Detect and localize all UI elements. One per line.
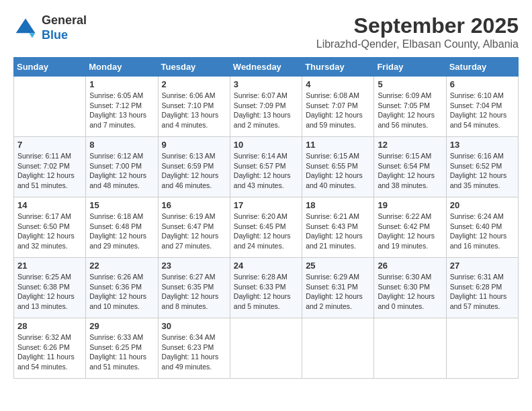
day-detail: Sunrise: 6:31 AMSunset: 6:28 PMDaylight:… [450, 272, 515, 312]
svg-marker-0 [16, 18, 36, 33]
day-detail: Sunrise: 6:13 AMSunset: 6:59 PMDaylight:… [162, 151, 226, 191]
calendar-cell: 27 Sunrise: 6:31 AMSunset: 6:28 PMDaylig… [446, 258, 518, 318]
day-number: 21 [17, 261, 82, 271]
day-detail: Sunrise: 6:09 AMSunset: 7:05 PMDaylight:… [378, 91, 442, 130]
calendar-cell: 8 Sunrise: 6:12 AMSunset: 7:00 PMDayligh… [86, 137, 158, 197]
calendar-week-row: 7 Sunrise: 6:11 AMSunset: 7:02 PMDayligh… [14, 137, 519, 197]
day-number: 23 [162, 261, 226, 271]
day-detail: Sunrise: 6:33 AMSunset: 6:25 PMDaylight:… [89, 332, 154, 372]
day-detail: Sunrise: 6:21 AMSunset: 6:43 PMDaylight:… [306, 212, 370, 251]
calendar-cell: 15 Sunrise: 6:18 AMSunset: 6:48 PMDaylig… [86, 197, 158, 258]
calendar-cell: 1 Sunrise: 6:05 AMSunset: 7:12 PMDayligh… [86, 77, 158, 137]
title-block: September 2025 Librazhd-Qender, Elbasan … [316, 13, 519, 50]
logo-text: General Blue [42, 13, 87, 42]
calendar-cell [14, 77, 86, 137]
day-detail: Sunrise: 6:24 AMSunset: 6:40 PMDaylight:… [450, 212, 515, 251]
day-number: 2 [162, 79, 226, 89]
day-detail: Sunrise: 6:10 AMSunset: 7:04 PMDaylight:… [450, 91, 515, 130]
svg-marker-1 [29, 33, 35, 38]
weekday-header: Saturday [446, 58, 518, 77]
weekday-header: Monday [86, 58, 158, 77]
day-number: 14 [17, 200, 82, 210]
calendar-cell: 6 Sunrise: 6:10 AMSunset: 7:04 PMDayligh… [446, 77, 518, 137]
logo-icon [13, 16, 38, 40]
day-number: 6 [450, 79, 515, 89]
weekday-header: Thursday [302, 58, 374, 77]
day-number: 12 [378, 140, 442, 150]
day-number: 13 [450, 140, 515, 150]
calendar-cell: 21 Sunrise: 6:25 AMSunset: 6:38 PMDaylig… [14, 258, 86, 318]
day-number: 5 [378, 79, 442, 89]
calendar-cell: 11 Sunrise: 6:15 AMSunset: 6:55 PMDaylig… [302, 137, 374, 197]
location: Librazhd-Qender, Elbasan County, Albania [316, 38, 519, 50]
calendar-cell: 13 Sunrise: 6:16 AMSunset: 6:52 PMDaylig… [446, 137, 518, 197]
day-detail: Sunrise: 6:28 AMSunset: 6:33 PMDaylight:… [234, 272, 298, 312]
calendar-cell: 22 Sunrise: 6:26 AMSunset: 6:36 PMDaylig… [86, 258, 158, 318]
day-detail: Sunrise: 6:07 AMSunset: 7:09 PMDaylight:… [234, 91, 298, 130]
calendar-week-row: 21 Sunrise: 6:25 AMSunset: 6:38 PMDaylig… [14, 258, 519, 318]
day-number: 22 [89, 261, 154, 271]
calendar-cell: 28 Sunrise: 6:32 AMSunset: 6:26 PMDaylig… [14, 318, 86, 379]
calendar-cell: 23 Sunrise: 6:27 AMSunset: 6:35 PMDaylig… [158, 258, 230, 318]
day-number: 24 [234, 261, 298, 271]
day-detail: Sunrise: 6:05 AMSunset: 7:12 PMDaylight:… [89, 91, 154, 130]
day-detail: Sunrise: 6:25 AMSunset: 6:38 PMDaylight:… [17, 272, 82, 312]
day-number: 7 [17, 140, 82, 150]
calendar-cell: 18 Sunrise: 6:21 AMSunset: 6:43 PMDaylig… [302, 197, 374, 258]
weekday-header: Wednesday [230, 58, 302, 77]
month-title: September 2025 [316, 13, 519, 38]
calendar-cell: 4 Sunrise: 6:08 AMSunset: 7:07 PMDayligh… [302, 77, 374, 137]
day-detail: Sunrise: 6:11 AMSunset: 7:02 PMDaylight:… [17, 151, 82, 191]
calendar-cell [302, 318, 374, 379]
day-detail: Sunrise: 6:17 AMSunset: 6:50 PMDaylight:… [17, 212, 82, 251]
weekday-header: Friday [374, 58, 446, 77]
day-number: 16 [162, 200, 226, 210]
day-detail: Sunrise: 6:20 AMSunset: 6:45 PMDaylight:… [234, 212, 298, 251]
calendar-cell: 5 Sunrise: 6:09 AMSunset: 7:05 PMDayligh… [374, 77, 446, 137]
day-detail: Sunrise: 6:19 AMSunset: 6:47 PMDaylight:… [162, 212, 226, 251]
calendar-cell: 9 Sunrise: 6:13 AMSunset: 6:59 PMDayligh… [158, 137, 230, 197]
day-detail: Sunrise: 6:15 AMSunset: 6:54 PMDaylight:… [378, 151, 442, 191]
day-number: 27 [450, 261, 515, 271]
day-number: 10 [234, 140, 298, 150]
calendar-cell: 19 Sunrise: 6:22 AMSunset: 6:42 PMDaylig… [374, 197, 446, 258]
day-detail: Sunrise: 6:08 AMSunset: 7:07 PMDaylight:… [306, 91, 370, 130]
calendar-cell: 3 Sunrise: 6:07 AMSunset: 7:09 PMDayligh… [230, 77, 302, 137]
day-number: 26 [378, 261, 442, 271]
day-detail: Sunrise: 6:27 AMSunset: 6:35 PMDaylight:… [162, 272, 226, 312]
calendar-cell: 14 Sunrise: 6:17 AMSunset: 6:50 PMDaylig… [14, 197, 86, 258]
day-number: 28 [17, 321, 82, 331]
day-number: 19 [378, 200, 442, 210]
day-detail: Sunrise: 6:15 AMSunset: 6:55 PMDaylight:… [306, 151, 370, 191]
day-number: 30 [162, 321, 226, 331]
calendar-week-row: 28 Sunrise: 6:32 AMSunset: 6:26 PMDaylig… [14, 318, 519, 379]
logo: General Blue [13, 13, 87, 42]
day-number: 3 [234, 79, 298, 89]
day-detail: Sunrise: 6:14 AMSunset: 6:57 PMDaylight:… [234, 151, 298, 191]
calendar-cell [230, 318, 302, 379]
day-number: 25 [306, 261, 370, 271]
weekday-header: Tuesday [158, 58, 230, 77]
day-number: 4 [306, 79, 370, 89]
calendar-cell: 29 Sunrise: 6:33 AMSunset: 6:25 PMDaylig… [86, 318, 158, 379]
day-detail: Sunrise: 6:34 AMSunset: 6:23 PMDaylight:… [162, 332, 226, 372]
weekday-header: Sunday [14, 58, 86, 77]
day-detail: Sunrise: 6:32 AMSunset: 6:26 PMDaylight:… [17, 332, 82, 372]
day-number: 9 [162, 140, 226, 150]
calendar-cell: 24 Sunrise: 6:28 AMSunset: 6:33 PMDaylig… [230, 258, 302, 318]
calendar-week-row: 1 Sunrise: 6:05 AMSunset: 7:12 PMDayligh… [14, 77, 519, 137]
calendar-week-row: 14 Sunrise: 6:17 AMSunset: 6:50 PMDaylig… [14, 197, 519, 258]
calendar-cell [374, 318, 446, 379]
calendar-cell: 25 Sunrise: 6:29 AMSunset: 6:31 PMDaylig… [302, 258, 374, 318]
day-number: 20 [450, 200, 515, 210]
calendar-cell: 20 Sunrise: 6:24 AMSunset: 6:40 PMDaylig… [446, 197, 518, 258]
day-number: 15 [89, 200, 154, 210]
calendar-cell: 30 Sunrise: 6:34 AMSunset: 6:23 PMDaylig… [158, 318, 230, 379]
day-detail: Sunrise: 6:30 AMSunset: 6:30 PMDaylight:… [378, 272, 442, 312]
calendar-cell: 7 Sunrise: 6:11 AMSunset: 7:02 PMDayligh… [14, 137, 86, 197]
day-detail: Sunrise: 6:12 AMSunset: 7:00 PMDaylight:… [89, 151, 154, 191]
weekday-header-row: SundayMondayTuesdayWednesdayThursdayFrid… [14, 58, 519, 77]
day-detail: Sunrise: 6:26 AMSunset: 6:36 PMDaylight:… [89, 272, 154, 312]
calendar-cell: 2 Sunrise: 6:06 AMSunset: 7:10 PMDayligh… [158, 77, 230, 137]
day-detail: Sunrise: 6:29 AMSunset: 6:31 PMDaylight:… [306, 272, 370, 312]
